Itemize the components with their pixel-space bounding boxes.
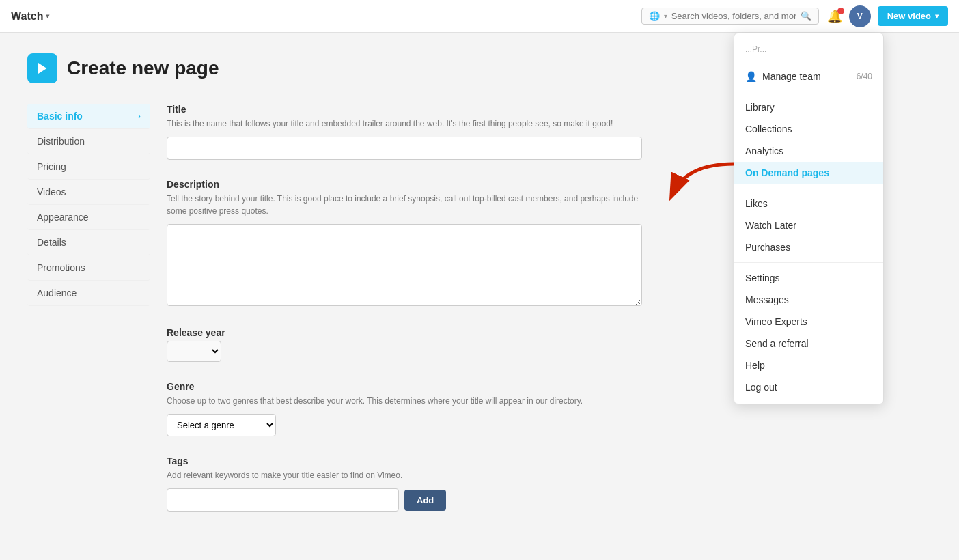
sidebar-label: Pricing (37, 161, 66, 172)
title-label: Title (167, 104, 642, 115)
dropdown-header: ...Pr... (734, 39, 883, 61)
page-header: Create new page (27, 53, 642, 83)
sidebar-item-basic-info[interactable]: Basic info› (27, 104, 150, 129)
sidebar-label: Audience (37, 288, 77, 298)
svg-marker-0 (38, 63, 47, 74)
new-video-label: New video (887, 11, 931, 21)
sidebar-item-distribution[interactable]: Distribution (27, 129, 150, 154)
sidebar-chevron-icon: › (138, 112, 141, 120)
dropdown-item-library[interactable]: Library (734, 96, 883, 118)
dropdown-items: LibraryCollectionsAnalyticsOn Demand pag… (734, 96, 883, 398)
sidebar-label: Distribution (37, 136, 85, 147)
genre-section: Genre Choose up to two genres that best … (167, 381, 642, 436)
dropdown-item-messages[interactable]: Messages (734, 289, 883, 311)
genre-desc: Choose up to two genres that best descri… (167, 395, 642, 407)
release-year-label: Release year (167, 327, 642, 338)
dropdown-item-settings[interactable]: Settings (734, 267, 883, 289)
description-label: Description (167, 179, 642, 190)
genre-label: Genre (167, 381, 642, 392)
sidebar-item-pricing[interactable]: Pricing (27, 154, 150, 180)
title-desc: This is the name that follows your title… (167, 117, 642, 130)
dropdown-item-on-demand[interactable]: On Demand pages (734, 162, 883, 184)
notification-badge (837, 8, 844, 14)
dropdown-item-collections[interactable]: Collections (734, 118, 883, 140)
release-year-section: Release year (167, 327, 642, 362)
sidebar-item-audience[interactable]: Audience (27, 281, 150, 306)
page-icon (27, 53, 57, 83)
new-video-chevron-icon: ▾ (935, 12, 939, 20)
search-icon: 🔍 (801, 11, 811, 21)
person-icon: 👤 (745, 71, 757, 82)
dropdown-divider-settings (734, 262, 883, 263)
description-desc: Tell the story behind your title. This i… (167, 193, 642, 217)
search-region-chevron: ▾ (664, 12, 667, 20)
new-video-button[interactable]: New video ▾ (878, 6, 948, 26)
genre-select[interactable]: Select a genre (167, 414, 276, 436)
sidebar-item-videos[interactable]: Videos (27, 180, 150, 205)
tags-section: Tags Add relevant keywords to make your … (167, 456, 642, 512)
dropdown-item-send-referral[interactable]: Send a referral (734, 333, 883, 354)
notification-bell-wrapper: 🔔 (827, 9, 842, 24)
watch-chevron-icon: ▾ (46, 12, 49, 20)
manage-team-item[interactable]: 👤 Manage team 6/40 (734, 66, 883, 87)
manage-team-left: 👤 Manage team (745, 71, 821, 82)
tags-label: Tags (167, 456, 642, 466)
watch-menu[interactable]: Watch ▾ (11, 10, 49, 23)
page-title: Create new page (67, 57, 219, 79)
sidebar: Basic info›DistributionPricingVideosAppe… (27, 104, 150, 531)
manage-team-count: 6/40 (857, 72, 872, 81)
release-year-select[interactable] (167, 341, 221, 362)
sidebar-item-promotions[interactable]: Promotions (27, 255, 150, 281)
dropdown-item-analytics[interactable]: Analytics (734, 140, 883, 162)
dropdown-item-logout[interactable]: Log out (734, 376, 883, 398)
sidebar-item-details[interactable]: Details (27, 230, 150, 255)
description-section: Description Tell the story behind your t… (167, 179, 642, 308)
title-input[interactable] (167, 137, 642, 160)
main-layout: Basic info›DistributionPricingVideosAppe… (27, 104, 642, 531)
tags-row: Add (167, 488, 642, 512)
dropdown-divider-likes (734, 188, 883, 188)
dropdown-item-watch-later[interactable]: Watch Later (734, 214, 883, 236)
dropdown-item-vimeo-experts[interactable]: Vimeo Experts (734, 311, 883, 333)
tags-input[interactable] (167, 488, 399, 512)
sidebar-label: Videos (37, 186, 66, 197)
sidebar-label: Basic info (37, 111, 83, 122)
play-icon (35, 61, 50, 76)
search-bar: 🌐 ▾ 🔍 (641, 8, 819, 25)
dropdown-divider-1 (734, 92, 883, 92)
tags-desc: Add relevant keywords to make your title… (167, 469, 642, 481)
top-navigation: Watch ▾ 🌐 ▾ 🔍 🔔 V New video ▾ (0, 0, 959, 33)
user-dropdown-menu: ...Pr... 👤 Manage team 6/40 LibraryColle… (734, 33, 884, 404)
topnav-right-section: 🔔 V New video ▾ (827, 5, 948, 27)
dropdown-item-help[interactable]: Help (734, 354, 883, 376)
avatar[interactable]: V (849, 5, 871, 27)
manage-team-label: Manage team (762, 71, 821, 82)
watch-label: Watch (11, 10, 43, 23)
sidebar-label: Details (37, 237, 66, 248)
title-section: Title This is the name that follows your… (167, 104, 642, 160)
page-content: Create new page Basic info›DistributionP… (0, 33, 669, 551)
form-area: Title This is the name that follows your… (167, 104, 642, 531)
add-tag-button[interactable]: Add (404, 490, 446, 511)
dropdown-item-likes[interactable]: Likes (734, 193, 883, 214)
sidebar-label: Promotions (37, 262, 85, 273)
globe-region-icon: 🌐 (649, 11, 660, 21)
description-input[interactable] (167, 224, 642, 306)
search-input[interactable] (671, 11, 796, 21)
dropdown-item-purchases[interactable]: Purchases (734, 236, 883, 258)
sidebar-item-appearance[interactable]: Appearance (27, 205, 150, 230)
sidebar-label: Appearance (37, 212, 89, 223)
